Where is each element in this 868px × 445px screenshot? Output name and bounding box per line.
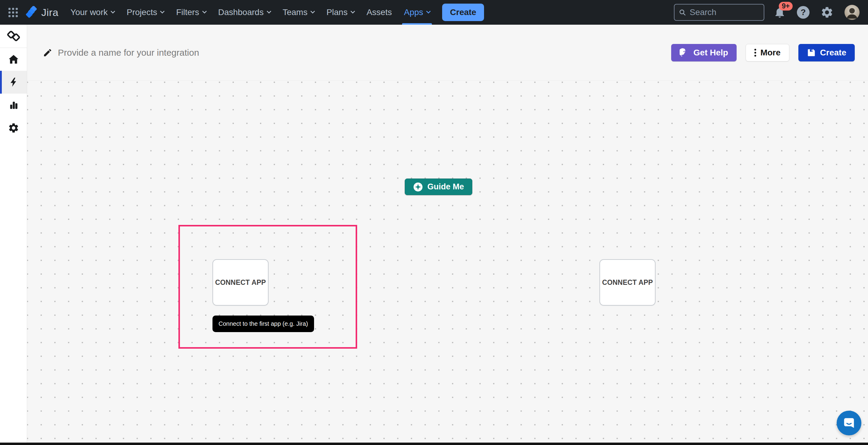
gear-icon xyxy=(8,122,19,134)
app-sidebar xyxy=(0,25,27,443)
lightning-icon xyxy=(8,77,19,88)
nav-item-label: Filters xyxy=(176,7,199,17)
header-actions: ? Get Help More Create xyxy=(671,44,855,61)
chevron-down-icon xyxy=(267,9,271,14)
pencil-icon xyxy=(43,48,53,58)
nav-item-label: Projects xyxy=(127,7,157,17)
nav-item-dashboards[interactable]: Dashboards xyxy=(218,0,271,25)
interlocked-links-icon xyxy=(6,30,22,42)
kebab-icon xyxy=(754,49,756,57)
chevron-down-icon xyxy=(111,9,116,14)
integration-app-logo[interactable] xyxy=(0,25,27,47)
topnav-icon-group: 9+ ? xyxy=(773,5,860,20)
jira-logo[interactable]: Jira xyxy=(25,6,59,19)
nav-item-label: Your work xyxy=(70,7,107,17)
bar-chart-icon xyxy=(8,100,19,110)
button-label: Get Help xyxy=(693,48,728,58)
card-label: CONNECT APP xyxy=(602,278,653,287)
connect-app-card-target[interactable]: CONNECT APP xyxy=(599,259,655,306)
more-button[interactable]: More xyxy=(746,44,789,61)
nav-item-filters[interactable]: Filters xyxy=(176,0,206,25)
nav-item-apps[interactable]: Apps xyxy=(404,0,430,25)
card-label: CONNECT APP xyxy=(215,278,266,287)
search-icon xyxy=(679,8,686,16)
nav-item-label: Apps xyxy=(404,7,423,17)
search-box[interactable] xyxy=(674,4,764,21)
svg-text:?: ? xyxy=(683,49,686,56)
sidebar-item-integrations[interactable] xyxy=(0,71,27,94)
create-integration-button[interactable]: Create xyxy=(798,44,855,61)
notifications-button[interactable]: 9+ xyxy=(773,6,786,19)
nav-item-plans[interactable]: Plans xyxy=(327,0,354,25)
sidebar-item-reports[interactable] xyxy=(0,94,27,116)
sidebar-item-settings[interactable] xyxy=(0,116,27,139)
help-icon: ? xyxy=(797,6,809,19)
bottom-bar xyxy=(0,443,868,445)
chevron-down-icon xyxy=(350,9,355,14)
chevron-down-icon xyxy=(160,9,165,14)
user-avatar[interactable] xyxy=(844,5,860,20)
nav-item-label: Plans xyxy=(327,7,347,17)
button-label: Create xyxy=(820,48,846,58)
button-label: More xyxy=(761,48,781,58)
tooltip: Connect to the first app (e.g. Jira) xyxy=(213,315,314,332)
compass-icon xyxy=(413,182,423,192)
jira-logo-text: Jira xyxy=(41,7,59,19)
connect-app-card-source[interactable]: CONNECT APP xyxy=(213,259,269,306)
integration-canvas[interactable]: Guide Me CONNECT APP Connect to the firs… xyxy=(27,80,868,443)
nav-item-projects[interactable]: Projects xyxy=(127,0,164,25)
help-button[interactable]: ? xyxy=(797,6,809,19)
save-icon xyxy=(807,48,816,57)
gear-icon xyxy=(820,6,834,19)
nav-item-teams[interactable]: Teams xyxy=(283,0,314,25)
top-navigation-bar: Jira Your work Projects Filters Dashboar… xyxy=(0,0,868,25)
primary-nav-items: Your work Projects Filters Dashboards Te… xyxy=(70,0,430,25)
get-help-button[interactable]: ? Get Help xyxy=(671,44,737,61)
create-button-nav[interactable]: Create xyxy=(442,4,484,21)
person-icon xyxy=(844,5,860,20)
nav-item-label: Assets xyxy=(367,7,392,17)
chevron-down-icon xyxy=(426,9,431,14)
settings-button[interactable] xyxy=(820,6,834,19)
search-input[interactable] xyxy=(689,7,760,17)
chat-bubble-icon xyxy=(842,416,856,430)
chevron-down-icon xyxy=(202,9,207,14)
nav-item-label: Teams xyxy=(283,7,307,17)
home-icon xyxy=(8,54,19,65)
app-switcher-icon[interactable] xyxy=(8,8,18,17)
chat-widget-button[interactable] xyxy=(837,411,861,435)
help-bubble-icon: ? xyxy=(680,48,689,58)
chevron-down-icon xyxy=(310,9,315,14)
guide-me-button[interactable]: Guide Me xyxy=(405,178,472,195)
nav-item-your-work[interactable]: Your work xyxy=(70,0,115,25)
page-title: Provide a name for your integration xyxy=(58,47,199,58)
button-label: Guide Me xyxy=(427,182,464,192)
integration-name-field[interactable]: Provide a name for your integration xyxy=(43,47,199,58)
nav-item-assets[interactable]: Assets xyxy=(367,0,392,25)
notification-badge: 9+ xyxy=(779,2,793,10)
page-header: Provide a name for your integration ? Ge… xyxy=(27,25,868,80)
sidebar-item-home[interactable] xyxy=(0,48,27,71)
nav-item-label: Dashboards xyxy=(218,7,264,17)
jira-mark-icon xyxy=(25,6,38,19)
